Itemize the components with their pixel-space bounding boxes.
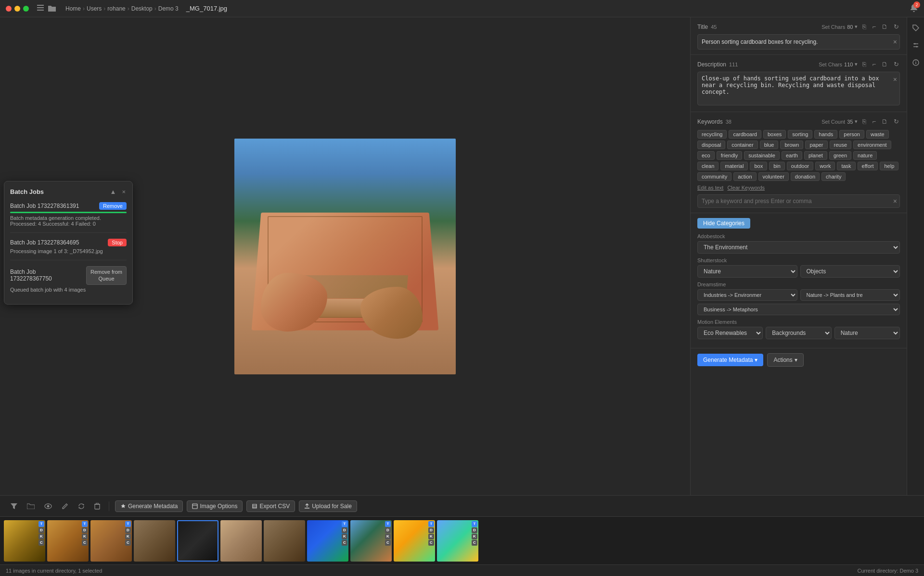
keyword-tag[interactable]: waste — [866, 130, 889, 139]
adobestock-select[interactable]: The Environment — [697, 241, 900, 254]
filmstrip-thumb-0[interactable]: TDKC — [4, 520, 45, 562]
edit-button[interactable] — [59, 501, 71, 512]
batch-job-1-remove-button[interactable]: Remove — [99, 202, 127, 210]
batch-job-3-remove-queue-button[interactable]: Remove fromQueue — [86, 266, 127, 285]
keyword-tag[interactable]: blue — [760, 141, 779, 149]
keywords-copy-button[interactable]: ⎘ — [861, 117, 867, 126]
keyword-tag[interactable]: sorting — [788, 130, 812, 139]
minimize-window-button[interactable] — [14, 6, 20, 12]
filter-button[interactable] — [8, 501, 20, 511]
keyword-clear-button[interactable]: × — [893, 197, 897, 205]
breadcrumb-desktop[interactable]: Desktop — [131, 5, 153, 12]
keywords-paste-button[interactable]: ⌐ — [871, 117, 877, 126]
filmstrip-thumb-5[interactable] — [220, 520, 262, 562]
hide-categories-button[interactable]: Hide Categories — [697, 218, 750, 229]
keyword-tag[interactable]: paper — [805, 141, 827, 149]
title-refresh-button[interactable]: ↻ — [893, 22, 900, 31]
close-window-button[interactable] — [6, 6, 12, 12]
keyword-tag[interactable]: community — [697, 172, 732, 181]
desc-paste-button[interactable]: ⌐ — [871, 60, 877, 69]
keyword-tag[interactable]: eco — [697, 151, 715, 160]
shutterstock-select-2[interactable]: Objects — [800, 265, 900, 278]
batch-job-2-stop-button[interactable]: Stop — [108, 239, 127, 246]
keyword-tag[interactable]: box — [750, 162, 767, 170]
sidebar-sliders-button[interactable] — [909, 38, 923, 52]
export-csv-button[interactable]: Export CSV — [246, 500, 295, 512]
edit-as-text-link[interactable]: Edit as text — [697, 185, 723, 191]
delete-button[interactable] — [91, 501, 103, 512]
breadcrumb-home[interactable]: Home — [65, 5, 81, 12]
keyword-tag[interactable]: task — [837, 162, 855, 170]
motion-select-1[interactable]: Eco Renewables — [697, 327, 763, 339]
title-clear-button[interactable]: × — [893, 38, 897, 46]
generate-metadata-button[interactable]: Generate Metadata ▾ — [697, 354, 763, 366]
dreamstime-select-1[interactable]: Industries -> Environmer — [697, 289, 797, 301]
filmstrip-thumb-2[interactable]: TDKC — [90, 520, 132, 562]
keywords-history-button[interactable]: 🗋 — [881, 117, 889, 126]
keyword-tag[interactable]: action — [733, 172, 756, 181]
sidebar-tag-button[interactable] — [909, 21, 923, 35]
shutterstock-select-1[interactable]: Nature — [697, 265, 797, 278]
desc-history-button[interactable]: 🗋 — [881, 60, 889, 69]
desc-clear-button[interactable]: × — [893, 76, 897, 83]
keyword-tag[interactable]: person — [839, 130, 864, 139]
keyword-tag[interactable]: help — [880, 162, 898, 170]
title-history-button[interactable]: 🗋 — [881, 22, 889, 31]
keyword-input[interactable] — [697, 194, 900, 208]
filmstrip-thumb-10[interactable]: TDKC — [437, 520, 478, 562]
motion-select-3[interactable]: Nature — [834, 327, 900, 339]
sidebar-toggle-button[interactable] — [37, 5, 44, 13]
keyword-tag[interactable]: disposal — [697, 141, 725, 149]
keyword-tag[interactable]: work — [815, 162, 835, 170]
filmstrip-thumb-1[interactable]: TDKC — [47, 520, 89, 562]
keyword-tag[interactable]: material — [720, 162, 748, 170]
keyword-tag[interactable]: container — [727, 141, 757, 149]
keyword-tag[interactable]: nature — [853, 151, 877, 160]
maximize-window-button[interactable] — [23, 6, 29, 12]
desc-refresh-button[interactable]: ↻ — [893, 60, 900, 69]
filmstrip-thumb-7[interactable]: TDKC — [307, 520, 348, 562]
keyword-tag[interactable]: clean — [697, 162, 719, 170]
filmstrip-thumb-6[interactable] — [264, 520, 305, 562]
breadcrumb-demo3[interactable]: Demo 3 — [158, 5, 179, 12]
keyword-tag[interactable]: charity — [821, 172, 846, 181]
keyword-tag[interactable]: brown — [780, 141, 803, 149]
sync-button[interactable] — [75, 501, 88, 512]
keywords-refresh-button[interactable]: ↻ — [893, 117, 900, 126]
keyword-tag[interactable]: volunteer — [758, 172, 789, 181]
actions-button[interactable]: Actions ▾ — [767, 353, 803, 367]
keyword-tag[interactable]: bin — [769, 162, 785, 170]
keyword-tag[interactable]: reuse — [830, 141, 852, 149]
keyword-tag[interactable]: green — [829, 151, 851, 160]
keyword-tag[interactable]: outdoor — [787, 162, 813, 170]
folder-button[interactable] — [48, 5, 56, 13]
filmstrip-thumb-8[interactable]: TDKC — [350, 520, 392, 562]
batch-close-button[interactable]: × — [121, 187, 127, 196]
filmstrip-thumb-3[interactable] — [134, 520, 175, 562]
generate-metadata-toolbar-button[interactable]: Generate Metadata — [115, 500, 183, 512]
description-input[interactable]: Close-up of hands sorting used cardboard… — [697, 72, 900, 105]
notification-bell[interactable]: 2 — [910, 3, 918, 13]
breadcrumb-users[interactable]: Users — [87, 5, 102, 12]
keyword-tag[interactable]: planet — [804, 151, 827, 160]
dreamstime-select-2[interactable]: Nature -> Plants and tre — [800, 289, 900, 301]
title-input[interactable] — [697, 34, 900, 50]
title-copy-button[interactable]: ⎘ — [861, 22, 867, 31]
filmstrip-thumb-9[interactable]: TDKC — [394, 520, 435, 562]
motion-select-2[interactable]: Backgrounds — [766, 327, 831, 339]
desc-copy-button[interactable]: ⎘ — [861, 60, 867, 69]
keyword-tag[interactable]: sustainable — [744, 151, 780, 160]
batch-collapse-button[interactable]: ▲ — [109, 187, 117, 196]
clear-keywords-link[interactable]: Clear Keywords — [727, 185, 765, 191]
keyword-tag[interactable]: effort — [858, 162, 878, 170]
keyword-tag[interactable]: cardboard — [729, 130, 761, 139]
breadcrumb-rohane[interactable]: rohane — [107, 5, 125, 12]
filmstrip-thumb-4[interactable] — [177, 520, 218, 562]
upload-for-sale-button[interactable]: Upload for Sale — [299, 500, 357, 512]
keyword-tag[interactable]: hands — [814, 130, 837, 139]
eye-view-button[interactable] — [41, 501, 55, 511]
keyword-tag[interactable]: earth — [782, 151, 802, 160]
keyword-tag[interactable]: environment — [853, 141, 891, 149]
keyword-tag[interactable]: friendly — [717, 151, 742, 160]
image-options-button[interactable]: Image Options — [187, 500, 243, 512]
